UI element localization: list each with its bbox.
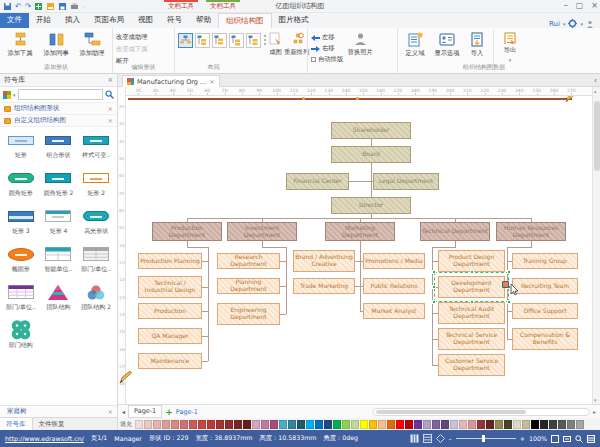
- add-subordinate-button[interactable]: 添加下属: [3, 30, 37, 63]
- org-node-legal-department[interactable]: Legal Department: [373, 173, 439, 190]
- horizontal-scroll-thumb[interactable]: [376, 410, 526, 414]
- define-field-button[interactable]: 定义域: [401, 30, 429, 63]
- document-tab[interactable]: Manufacturing Org ... ×: [122, 75, 220, 87]
- org-node-board[interactable]: Board: [331, 146, 411, 163]
- layout-style-5[interactable]: [246, 33, 261, 48]
- shape-item[interactable]: 团队结构: [40, 283, 78, 317]
- horizontal-scrollbar[interactable]: [372, 408, 590, 416]
- fill-swatch[interactable]: [576, 420, 584, 429]
- fill-swatch[interactable]: [360, 420, 368, 429]
- org-node-team[interactable]: Research Department: [217, 253, 280, 269]
- make-chart-button[interactable]: 成图: [269, 30, 282, 63]
- layout-style-2[interactable]: [195, 33, 210, 48]
- panel-close-icon[interactable]: ×: [107, 76, 113, 84]
- drawn-guide-line[interactable]: [128, 98, 572, 100]
- move-right-button[interactable]: 右移: [311, 44, 343, 53]
- fill-swatch[interactable]: [333, 420, 341, 429]
- fill-swatch[interactable]: [297, 420, 305, 429]
- ribbon-tab-8[interactable]: 图片格式: [272, 13, 316, 28]
- section-close-icon[interactable]: ×: [108, 105, 113, 113]
- org-node-team[interactable]: Technical Audit Department: [438, 302, 505, 324]
- selection-handle[interactable]: [507, 270, 511, 274]
- save-icon[interactable]: [3, 2, 12, 11]
- shape-item[interactable]: 部门/单位..: [77, 245, 115, 279]
- ribbon-tab-1[interactable]: 开始: [29, 13, 58, 28]
- fill-swatch[interactable]: [225, 420, 233, 429]
- fill-swatch[interactable]: [135, 420, 143, 429]
- shape-item[interactable]: 圆角矩形 2: [40, 169, 78, 203]
- selection-handle[interactable]: [507, 300, 511, 304]
- fill-swatch[interactable]: [567, 420, 575, 429]
- org-node-team[interactable]: Training Group: [512, 253, 578, 269]
- quick-access-overflow[interactable]: ··: [82, 3, 86, 10]
- fill-swatch[interactable]: [216, 420, 224, 429]
- fill-swatch[interactable]: [153, 420, 161, 429]
- fill-swatch[interactable]: [270, 420, 278, 429]
- fill-swatch[interactable]: [396, 420, 404, 429]
- search-input[interactable]: [18, 89, 103, 100]
- ribbon-tab-6[interactable]: 帮助: [189, 13, 218, 28]
- view-page-icon[interactable]: [423, 434, 432, 443]
- fill-swatch[interactable]: [450, 420, 458, 429]
- minimize-button[interactable]: –: [564, 0, 568, 12]
- ribbon-tab-2[interactable]: 插入: [58, 13, 87, 28]
- redo-icon[interactable]: ↷: [25, 1, 32, 12]
- section-family-tree[interactable]: 家庭树 ×: [0, 405, 117, 417]
- gear-caret-icon[interactable]: ▾: [580, 21, 583, 27]
- zoom-level[interactable]: 100%: [529, 435, 547, 442]
- org-node-department[interactable]: Technical Department: [420, 222, 490, 241]
- org-node-director[interactable]: Director: [331, 197, 411, 214]
- help-icon[interactable]: [586, 20, 594, 28]
- vertical-scroll-thumb[interactable]: [594, 101, 600, 171]
- fill-swatch[interactable]: [369, 420, 377, 429]
- context-tab-document-tools-2[interactable]: 文档工具: [202, 0, 244, 13]
- auto-layout-checkbox[interactable]: 自动排版: [311, 55, 343, 64]
- org-node-team[interactable]: Office Support: [512, 303, 578, 319]
- fill-swatch[interactable]: [378, 420, 386, 429]
- fill-swatch[interactable]: [162, 420, 170, 429]
- zoom-in-button[interactable]: +: [520, 435, 525, 442]
- org-node-team[interactable]: Customer Service Department: [438, 354, 505, 376]
- org-node-department[interactable]: Marketing Department: [325, 222, 395, 241]
- display-options-button[interactable]: 显示选项: [431, 30, 463, 63]
- zoom-out-button[interactable]: –: [449, 435, 452, 442]
- move-left-button[interactable]: 左移: [311, 33, 343, 42]
- add-assistant-button[interactable]: 添加助理: [75, 30, 109, 63]
- layout-overflow-dots[interactable]: [263, 30, 267, 45]
- user-name[interactable]: Rui: [549, 20, 560, 28]
- section-close-icon[interactable]: ×: [108, 408, 113, 416]
- section-orgchart-shapes[interactable]: 组织结构图形状 ×: [0, 103, 117, 115]
- selection-handle[interactable]: [432, 270, 436, 274]
- fill-swatch[interactable]: [306, 420, 314, 429]
- shape-item[interactable]: 椭圆形: [2, 245, 40, 279]
- new-icon[interactable]: [34, 2, 43, 11]
- fill-swatch[interactable]: [495, 420, 503, 429]
- shape-item[interactable]: 矩形: [2, 131, 40, 165]
- fit-page-icon[interactable]: [551, 435, 559, 443]
- add-colleague-button[interactable]: 添加同事: [39, 30, 73, 63]
- fill-swatch[interactable]: [144, 420, 152, 429]
- fill-swatch[interactable]: [315, 420, 323, 429]
- org-node-team[interactable]: Public Relations: [363, 278, 425, 294]
- fill-swatch[interactable]: [549, 420, 557, 429]
- ribbon-tab-5[interactable]: 符号: [160, 13, 189, 28]
- selection-handle[interactable]: [432, 300, 436, 304]
- shape-item[interactable]: 部门/单位..: [2, 283, 40, 317]
- org-node-team[interactable]: Technical Service Department: [438, 328, 505, 350]
- shape-item[interactable]: 高光形状: [77, 207, 115, 241]
- shape-item[interactable]: 样式可变..: [77, 131, 115, 165]
- fit-width-icon[interactable]: [563, 435, 571, 443]
- fill-swatch[interactable]: [279, 420, 287, 429]
- fill-swatch[interactable]: [207, 420, 215, 429]
- shape-item[interactable]: 团队结构 2: [77, 283, 115, 317]
- search-icon[interactable]: [105, 90, 114, 99]
- org-node-shareholder[interactable]: Shareholder: [331, 122, 411, 139]
- export-button[interactable]: 导出 ▾: [498, 30, 522, 63]
- view-outline-icon[interactable]: [436, 434, 445, 443]
- maximize-button[interactable]: ▢: [576, 0, 584, 12]
- org-node-department[interactable]: Investment Department: [227, 222, 297, 241]
- ribbon-tab-file[interactable]: 文件: [0, 13, 29, 28]
- fill-swatch[interactable]: [243, 420, 251, 429]
- drawing-page[interactable]: ShareholderBoardFinancial CenterLegal De…: [126, 96, 592, 404]
- scroll-up-icon[interactable]: ▴: [594, 88, 597, 94]
